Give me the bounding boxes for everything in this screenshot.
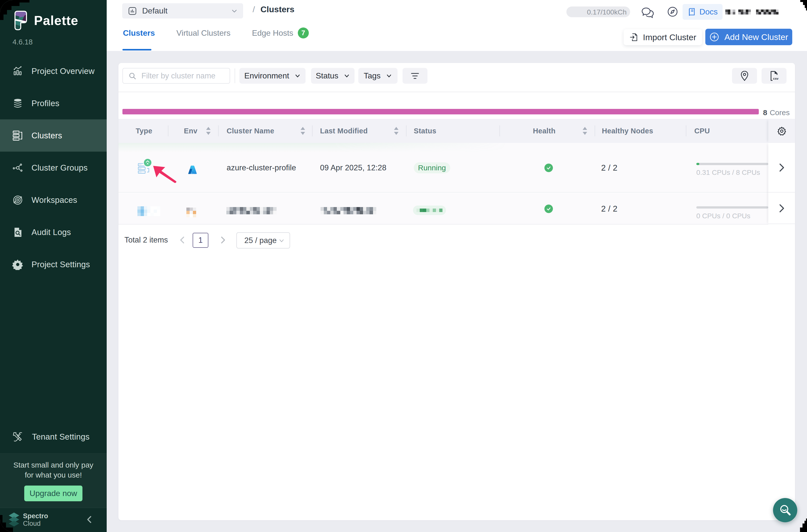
sidebar-item-project-settings[interactable]: Project Settings — [0, 248, 107, 281]
map-view-button[interactable] — [732, 68, 757, 84]
row-expand-chevron[interactable] — [768, 193, 795, 224]
sort-icon[interactable] — [300, 126, 305, 135]
mosaic-cell — [270, 207, 273, 211]
mosaic-cell — [366, 207, 370, 211]
export-csv-button[interactable]: csv — [762, 68, 787, 84]
palette-logo-icon — [13, 10, 29, 31]
project-overview-icon — [12, 66, 23, 77]
promo-line-1: Start small and only pay — [0, 460, 107, 470]
mosaic-cell — [340, 211, 343, 214]
mosaic-cell — [154, 210, 157, 213]
row-expand-chevron[interactable] — [768, 143, 795, 193]
chevron-down-icon — [386, 73, 392, 79]
mosaic-cell — [253, 211, 256, 214]
health-cell — [544, 193, 553, 225]
sidebar-item-label: Tenant Settings — [32, 432, 90, 442]
mosaic-cell — [370, 207, 373, 211]
corner-redaction — [806, 8, 807, 11]
docs-label: Docs — [699, 7, 718, 17]
upgrade-now-button[interactable]: Upgrade now — [24, 486, 82, 501]
column-header-status[interactable]: Status — [414, 119, 436, 143]
sidebar-item-workspaces[interactable]: Workspaces — [0, 184, 107, 216]
pagination-next-icon[interactable] — [218, 234, 228, 246]
corner-redaction — [806, 518, 807, 521]
sidebar-item-label: Project Overview — [32, 66, 95, 76]
cores-value: 8 — [763, 108, 767, 117]
sidebar-item-label: Project Settings — [32, 260, 90, 269]
sidebar-item-audit-logs[interactable]: Audit Logs — [0, 216, 107, 248]
add-new-cluster-button[interactable]: Add New Cluster — [705, 29, 792, 45]
mosaic-cell — [321, 211, 324, 214]
mosaic-cell — [363, 207, 366, 211]
column-header-health[interactable]: Health — [533, 119, 556, 143]
sidebar-item-tenant-settings[interactable]: Tenant Settings — [0, 421, 107, 453]
mosaic-cell — [144, 210, 147, 213]
mosaic-cell — [746, 12, 748, 15]
mosaic-cell — [776, 12, 778, 15]
cluster-name: azure-cluster-profile — [227, 163, 296, 172]
sidebar-item-cluster-groups[interactable]: Cluster Groups — [0, 152, 107, 184]
column-header-type[interactable]: Type — [136, 119, 152, 143]
cpu-usage-fill — [696, 163, 699, 165]
tab-virtual-clusters[interactable]: Virtual Clusters — [176, 28, 230, 38]
divider — [118, 92, 795, 92]
tab-edge-hosts[interactable]: Edge Hosts 7 — [252, 27, 308, 38]
status-filter[interactable]: Status — [311, 68, 355, 84]
mosaic-cell — [233, 207, 236, 211]
divider — [234, 69, 235, 83]
table-settings-gear-icon[interactable] — [777, 126, 786, 135]
compass-icon[interactable] — [667, 6, 678, 17]
cluster-row-redacted[interactable]: 2 / 2 0 CPUs / 0 CPUs — [118, 193, 768, 225]
pagination-prev-icon[interactable] — [177, 234, 187, 246]
redacted-user-info — [725, 10, 736, 15]
sort-icon[interactable] — [206, 126, 211, 135]
import-cluster-button[interactable]: Import Cluster — [624, 29, 702, 45]
page-size-select[interactable]: 25 / page — [236, 232, 290, 248]
sort-icon[interactable] — [394, 126, 399, 135]
corner-redaction — [800, 528, 807, 532]
mosaic-cell — [416, 209, 420, 212]
mosaic-cell — [150, 210, 154, 213]
sidebar-item-project-overview[interactable]: Project Overview — [0, 55, 107, 87]
profiles-icon — [12, 98, 23, 109]
column-header-healthy-nodes[interactable]: Healthy Nodes — [602, 119, 653, 143]
feedback-fab[interactable] — [773, 498, 797, 522]
search-input[interactable] — [142, 69, 226, 83]
sidebar-nav: Project Overview Profiles — [0, 55, 107, 281]
mosaic-cell — [347, 207, 350, 211]
chat-icon[interactable] — [641, 6, 655, 19]
column-header-cpu[interactable]: CPU — [694, 119, 710, 143]
tab-clusters[interactable]: Clusters — [123, 28, 155, 38]
csv-file-icon: csv — [769, 71, 779, 81]
cluster-name-cell — [226, 207, 277, 214]
book-icon — [688, 8, 696, 16]
column-header-cluster-name[interactable]: Cluster Name — [227, 119, 274, 143]
docs-button[interactable]: Docs — [682, 4, 722, 20]
server-rack-icon-svg — [12, 130, 23, 141]
sort-icon[interactable] — [582, 126, 588, 135]
sidebar-item-clusters[interactable]: Clusters — [0, 119, 107, 152]
advanced-filter-button[interactable] — [402, 68, 428, 84]
tags-filter[interactable]: Tags — [358, 68, 397, 84]
mosaic-cell — [330, 211, 334, 214]
tab-label: Edge Hosts — [252, 28, 293, 38]
pagination-page-1[interactable]: 1 — [193, 233, 208, 248]
orbit-icon-svg — [12, 194, 23, 206]
cluster-name-cell[interactable]: azure-cluster-profile — [227, 143, 296, 193]
sidebar-collapse-icon[interactable] — [85, 514, 94, 526]
cpu-usage-bar — [696, 206, 768, 209]
project-selector[interactable]: Default — [122, 3, 243, 18]
mosaic-cell — [738, 12, 741, 15]
cluster-row[interactable]: azure-cluster-profile 09 Apr 2025, 12:28… — [118, 143, 768, 193]
column-header-last-modified[interactable]: Last Modified — [320, 119, 368, 143]
column-header-env[interactable]: Env — [184, 119, 198, 143]
mosaic-cell — [363, 211, 366, 214]
mosaic-cell — [147, 210, 150, 213]
mosaic-cell — [150, 213, 154, 216]
environment-filter[interactable]: Environment — [239, 68, 305, 84]
edge-hosts-count-badge: 7 — [298, 27, 309, 38]
sidebar-item-profiles[interactable]: Profiles — [0, 87, 107, 119]
cpu-usage-label: 0 CPUs / 0 CPUs — [696, 212, 768, 220]
mosaic-cell — [154, 213, 157, 216]
magnifier-smile-icon — [779, 504, 792, 517]
